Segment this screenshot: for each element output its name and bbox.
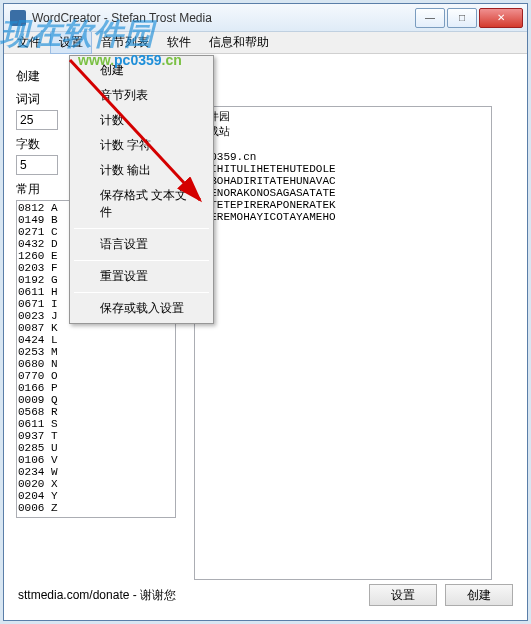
dd-count[interactable]: 计数 <box>72 108 211 133</box>
menu-syllables[interactable]: 音节列表 <box>92 31 158 54</box>
create-button[interactable]: 创建 <box>445 584 513 606</box>
dd-save-load[interactable]: 保存或载入设置 <box>72 296 211 321</box>
separator-icon <box>74 260 209 261</box>
maximize-button[interactable]: □ <box>447 8 477 28</box>
settings-button[interactable]: 设置 <box>369 584 437 606</box>
dd-language[interactable]: 语言设置 <box>72 232 211 257</box>
footer: sttmedia.com/donate - 谢谢您 设置 创建 <box>18 584 513 606</box>
menu-software[interactable]: 软件 <box>158 31 200 54</box>
separator-icon <box>74 292 209 293</box>
dd-save-format[interactable]: 保存格式 文本文件 <box>72 183 211 225</box>
app-icon <box>10 10 26 26</box>
dd-count-chars[interactable]: 计数 字符 <box>72 133 211 158</box>
menubar: 文件 设置 音节列表 软件 信息和帮助 <box>4 32 527 54</box>
dd-reset[interactable]: 重置设置 <box>72 264 211 289</box>
menu-settings[interactable]: 设置 <box>50 31 92 54</box>
titlebar: WordCreator - Stefan Trost Media — □ ✕ <box>4 4 527 32</box>
donate-text: sttmedia.com/donate - 谢谢您 <box>18 587 361 604</box>
minimize-button[interactable]: — <box>415 8 445 28</box>
dd-create[interactable]: 创建 <box>72 58 211 83</box>
menu-file[interactable]: 文件 <box>8 31 50 54</box>
window-title: WordCreator - Stefan Trost Media <box>32 11 415 25</box>
word-count-input[interactable] <box>16 110 58 130</box>
close-button[interactable]: ✕ <box>479 8 523 28</box>
separator-icon <box>74 228 209 229</box>
char-count-input[interactable] <box>16 155 58 175</box>
dd-syllable-list[interactable]: 音节列表 <box>72 83 211 108</box>
settings-dropdown: 创建 音节列表 计数 计数 字符 计数 输出 保存格式 文本文件 语言设置 重置… <box>69 55 214 324</box>
app-window: WordCreator - Stefan Trost Media — □ ✕ 文… <box>3 3 528 621</box>
output-textbox[interactable]: 软件园 下载站 pc0359.cn ETIHITULIHETEHUTEDOLE … <box>194 106 492 580</box>
dd-count-output[interactable]: 计数 输出 <box>72 158 211 183</box>
menu-help[interactable]: 信息和帮助 <box>200 31 278 54</box>
